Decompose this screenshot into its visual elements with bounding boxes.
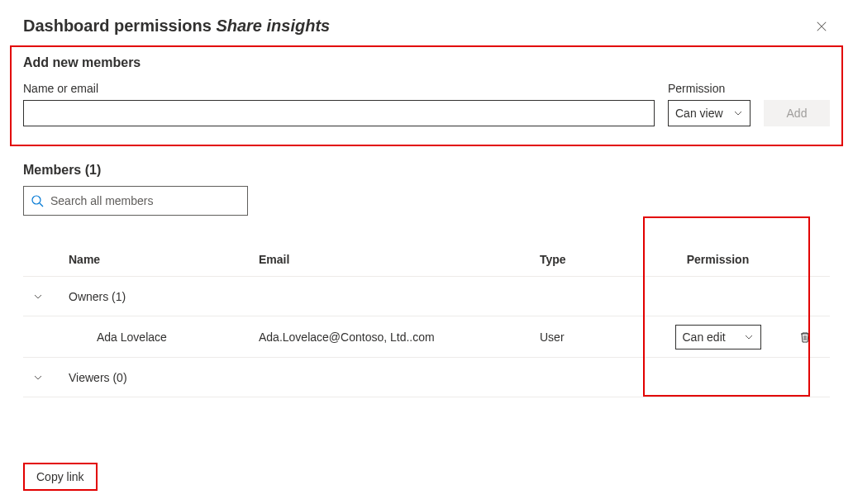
member-email: Ada.Lovelace@Contoso, Ltd..com xyxy=(259,330,540,344)
chevron-down-icon xyxy=(33,292,43,302)
dialog-title: Dashboard permissions Share insights xyxy=(23,17,330,36)
permission-select-value: Can view xyxy=(675,107,733,120)
search-input[interactable] xyxy=(50,194,241,207)
add-members-section: Add new members Name or email Permission… xyxy=(10,45,843,146)
members-table: Name Email Type Permission Owners (1) Ad… xyxy=(23,242,830,397)
member-permission-value: Can edit xyxy=(683,330,744,344)
col-type: Type xyxy=(540,253,655,266)
dialog-header: Dashboard permissions Share insights xyxy=(23,17,830,36)
name-label: Name or email xyxy=(23,82,655,95)
name-input[interactable] xyxy=(23,100,655,126)
col-name: Name xyxy=(69,253,259,266)
col-permission: Permission xyxy=(655,253,780,266)
search-icon xyxy=(31,194,44,207)
add-button[interactable]: Add xyxy=(764,100,830,126)
col-email: Email xyxy=(259,253,540,266)
close-button[interactable] xyxy=(813,18,830,35)
table-header-row: Name Email Type Permission xyxy=(23,242,830,277)
add-members-row: Name or email Permission Can view Add xyxy=(23,82,830,126)
member-name: Ada Lovelace xyxy=(69,330,259,344)
permission-select[interactable]: Can view xyxy=(668,100,751,126)
group-viewers[interactable]: Viewers (0) xyxy=(23,358,830,397)
table-row: Ada Lovelace Ada.Lovelace@Contoso, Ltd..… xyxy=(23,316,830,358)
chevron-down-icon xyxy=(744,332,754,342)
trash-icon xyxy=(798,330,812,344)
title-suffix: Share insights xyxy=(216,17,330,35)
search-members-box[interactable] xyxy=(23,186,248,216)
member-permission-cell: Can edit xyxy=(655,325,780,349)
permission-label: Permission xyxy=(668,82,751,95)
group-viewers-label: Viewers (0) xyxy=(69,371,830,384)
permission-field: Permission Can view xyxy=(668,82,751,126)
chevron-down-icon xyxy=(33,373,43,383)
svg-point-0 xyxy=(32,196,41,204)
add-members-heading: Add new members xyxy=(23,55,830,70)
chevron-down-icon xyxy=(733,108,743,118)
copy-link-button[interactable]: Copy link xyxy=(23,463,98,491)
member-permission-select[interactable]: Can edit xyxy=(675,325,761,349)
group-owners[interactable]: Owners (1) xyxy=(23,277,830,316)
members-count-header: Members (1) xyxy=(23,163,830,178)
close-icon xyxy=(816,21,827,32)
title-prefix: Dashboard permissions xyxy=(23,17,216,35)
member-type: User xyxy=(540,330,655,344)
group-owners-label: Owners (1) xyxy=(69,290,830,303)
name-field: Name or email xyxy=(23,82,655,126)
delete-member-button[interactable] xyxy=(780,330,830,344)
